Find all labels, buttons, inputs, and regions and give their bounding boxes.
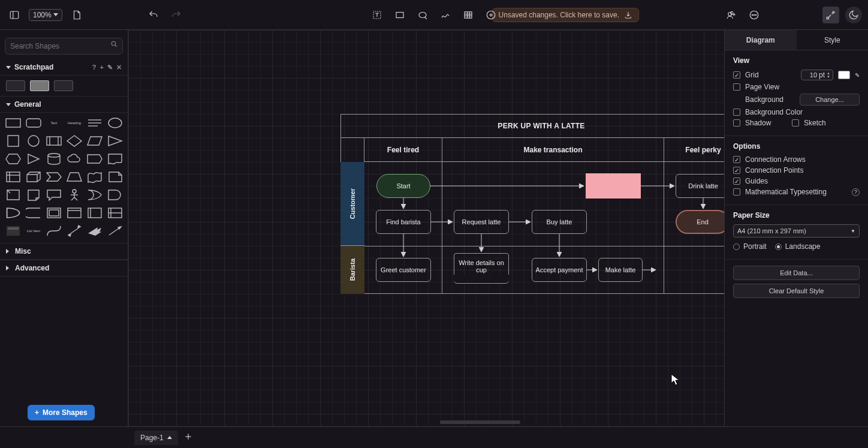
background-change-button[interactable]: Change... [800, 94, 860, 106]
shape-circle[interactable] [25, 134, 42, 148]
shape-window[interactable] [66, 206, 83, 220]
shape-card[interactable] [5, 188, 22, 202]
node-write-details[interactable]: Write details on cup [454, 253, 509, 279]
search-shapes-input[interactable] [5, 38, 123, 55]
bgcolor-checkbox[interactable] [733, 109, 740, 116]
shape-or[interactable] [86, 188, 103, 202]
canvas[interactable]: PERK UP WITH A LATTE Customer Barista Fe… [128, 30, 724, 426]
role-barista[interactable]: Barista [340, 246, 364, 294]
shape-parallelogram[interactable] [86, 134, 103, 148]
shadow-checkbox[interactable] [733, 119, 740, 127]
general-header[interactable]: General [0, 96, 128, 113]
node-make-latte[interactable]: Make latte [598, 258, 643, 282]
shape-ellipse[interactable] [107, 116, 123, 130]
sketch-checkbox[interactable] [792, 119, 799, 127]
shape-square[interactable] [5, 134, 22, 148]
shape-heading[interactable]: Heading [66, 116, 83, 130]
node-drink-latte[interactable]: Drink latte [676, 174, 724, 198]
guides-checkbox[interactable] [733, 178, 740, 185]
shape-triangle-right[interactable] [107, 134, 123, 148]
ellipse-tool-icon[interactable] [414, 7, 431, 23]
shape-process[interactable] [46, 134, 62, 148]
shape-hexagon[interactable] [5, 152, 22, 166]
math-help-icon[interactable]: ? [852, 188, 860, 196]
undo-icon[interactable] [145, 7, 162, 23]
page-menu-icon[interactable] [167, 436, 172, 439]
shape-internal-storage[interactable] [5, 170, 22, 184]
edit-data-button[interactable]: Edit Data... [733, 266, 860, 280]
share-icon[interactable] [723, 7, 740, 23]
shape-frame[interactable] [86, 206, 103, 220]
add-tool-icon[interactable] [483, 7, 499, 23]
shape-note[interactable] [107, 170, 123, 184]
grid-color-swatch[interactable] [838, 71, 850, 79]
role-customer[interactable]: Customer [340, 162, 364, 246]
shape-actor[interactable] [66, 188, 83, 202]
text-tool-icon[interactable] [369, 7, 385, 23]
node-end[interactable]: End [676, 210, 724, 234]
lane-make-transaction[interactable]: Make transaction [442, 138, 664, 161]
shape-play[interactable] [25, 152, 42, 166]
shape-tape[interactable] [86, 170, 103, 184]
node-request-latte[interactable]: Request latte [454, 210, 509, 234]
shape-container[interactable] [46, 206, 62, 220]
portrait-radio[interactable] [733, 243, 740, 250]
grid-size-field[interactable]: pt ▲▼ [801, 70, 833, 80]
node-accept-payment[interactable]: Accept payment [532, 258, 587, 282]
conn-points-checkbox[interactable] [733, 167, 740, 174]
conn-arrows-checkbox[interactable] [733, 156, 740, 163]
paper-size-select[interactable]: A4 (210 mm x 297 mm)▼ [733, 224, 860, 237]
rect-tool-icon[interactable] [391, 7, 408, 23]
shape-textblock[interactable] [86, 116, 103, 130]
shape-list[interactable] [5, 224, 22, 237]
diagram[interactable]: PERK UP WITH A LATTE Customer Barista Fe… [340, 114, 724, 294]
shape-round-rect[interactable] [25, 116, 42, 130]
scratchpad-close-icon[interactable]: ✕ [116, 64, 122, 71]
clear-style-button[interactable]: Clear Default Style [733, 284, 860, 298]
shape-speech[interactable] [46, 188, 62, 202]
shape-listitem[interactable]: List Item [25, 224, 42, 237]
scratchpad-add-icon[interactable]: + [100, 64, 104, 71]
shape-datastore[interactable] [25, 206, 42, 220]
tab-style[interactable]: Style [797, 30, 869, 50]
shape-arrow-line[interactable] [107, 224, 123, 237]
diagram-title[interactable]: PERK UP WITH A LATTE [340, 114, 724, 138]
scratch-item[interactable] [54, 80, 73, 91]
shape-cylinder[interactable] [46, 152, 62, 166]
node-greet[interactable]: Greet customer [376, 258, 431, 282]
tab-diagram[interactable]: Diagram [725, 30, 797, 50]
theme-toggle-icon[interactable] [845, 7, 862, 23]
shape-cloud[interactable] [66, 152, 83, 166]
shape-text[interactable]: Text [46, 116, 62, 130]
shape-bidir-arrow[interactable] [66, 224, 83, 237]
node-find-barista[interactable]: Find barista [376, 210, 431, 234]
node-pink[interactable] [586, 173, 641, 199]
more-menu-icon[interactable] [746, 7, 762, 23]
shape-diamond[interactable] [66, 134, 83, 148]
shape-halfcircle[interactable] [5, 206, 22, 220]
save-banner[interactable]: Unsaved changes. Click here to save. [492, 8, 639, 22]
new-page-icon[interactable] [68, 7, 85, 23]
shape-curve[interactable] [46, 224, 62, 237]
shape-cube[interactable] [25, 170, 42, 184]
shape-document[interactable] [107, 152, 123, 166]
design-tools-icon[interactable] [822, 7, 839, 23]
lane-feel-perky[interactable]: Feel perky [664, 138, 724, 161]
table-tool-icon[interactable] [460, 7, 477, 23]
scratchpad-edit-icon[interactable]: ✎ [107, 64, 113, 71]
shape-and[interactable] [107, 188, 123, 202]
shape-step[interactable] [46, 170, 62, 184]
scratchpad-header[interactable]: Scratchpad ? + ✎ ✕ [0, 59, 128, 76]
more-shapes-button[interactable]: + More Shapes [28, 405, 95, 420]
shape-callout-r[interactable] [86, 152, 103, 166]
freehand-tool-icon[interactable] [437, 7, 454, 23]
add-page-button[interactable] [184, 432, 192, 443]
shape-rect[interactable] [5, 116, 22, 130]
redo-icon[interactable] [168, 7, 185, 23]
scratchpad-help-icon[interactable]: ? [92, 64, 97, 71]
scratch-item[interactable] [6, 80, 25, 91]
shape-hswimlane[interactable] [107, 206, 123, 220]
shape-arrow-thick[interactable] [86, 224, 103, 237]
horizontal-scrollbar[interactable] [440, 420, 520, 424]
advanced-header[interactable]: Advanced [0, 260, 128, 276]
